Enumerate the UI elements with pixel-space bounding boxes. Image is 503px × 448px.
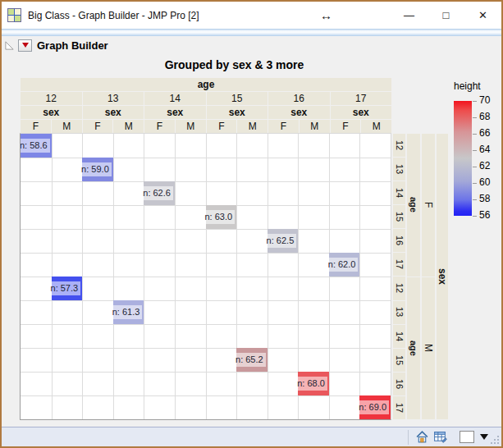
gridline-horizontal [21, 395, 391, 396]
row-header-age-15-M: 15 [393, 349, 405, 372]
jmp-window: Big Class - Graph Builder - JMP Pro [2] … [0, 0, 503, 448]
gridline-horizontal [21, 300, 391, 301]
top-age-values-band: 121314151617 [21, 92, 391, 105]
legend-tick-label: 58 [479, 193, 490, 204]
legend-tick-label: 64 [479, 144, 490, 155]
legend-tick-mark [473, 117, 477, 118]
legend-gradient-bar[interactable] [454, 101, 472, 216]
outline-collapse-icon[interactable] [4, 40, 15, 51]
heatmap-cell-label: n: 62.5 [255, 234, 296, 248]
heatmap-cell-label: n: 65.2 [225, 353, 266, 367]
col-header-16-F: F [268, 120, 299, 133]
legend-tick-label: 56 [479, 209, 490, 221]
status-bar [2, 427, 501, 446]
gridline-horizontal [21, 324, 391, 325]
col-header-12-F: F [21, 120, 51, 133]
top-sex-label-band: sexsexsexsexsexsex [21, 106, 391, 119]
jmp-journal-icon [7, 8, 21, 22]
col-header-age-12: 12 [21, 92, 82, 105]
col-header-age-14: 14 [144, 92, 206, 105]
legend-tick-mark [473, 134, 477, 135]
col-header-16-M: M [300, 120, 330, 133]
row-age-group-label-M: age [407, 277, 420, 420]
window-list-dropdown[interactable] [460, 431, 474, 443]
heatmap-cell-label: n: 59.0 [71, 162, 112, 176]
legend-tick-mark [473, 167, 477, 167]
col-header-sex-label-13: sex [83, 106, 144, 119]
row-header-age-15-F: 15 [393, 205, 405, 228]
legend-tick-mark [473, 216, 477, 217]
col-header-sex-label-15: sex [207, 106, 268, 119]
legend-tick-label: 62 [479, 160, 490, 171]
col-header-sex-label-12: sex [21, 106, 82, 119]
gridline-vertical [329, 134, 330, 419]
toolbar-stripe [2, 29, 501, 36]
gridline-vertical [268, 134, 268, 419]
legend-tick-label: 70 [479, 94, 490, 106]
heatmap-cell-label: n: 62.0 [317, 258, 358, 272]
col-header-age-17: 17 [331, 92, 392, 105]
top-age-group-label: age [21, 78, 391, 91]
red-triangle-icon [22, 43, 29, 48]
legend-tick-mark [473, 199, 477, 200]
minimize-button[interactable]: — [391, 2, 428, 29]
legend-title: height [454, 80, 481, 92]
heatmap-cell-label: n: 69.0 [348, 400, 389, 414]
red-triangle-menu-button[interactable] [18, 39, 32, 52]
close-button[interactable]: ✕ [464, 2, 501, 29]
outline-header: Graph Builder [2, 36, 501, 54]
heatmap-cell-label: n: 61.3 [101, 305, 142, 319]
col-header-sex-label-14: sex [144, 106, 206, 119]
col-header-age-13: 13 [83, 92, 144, 105]
data-table-icon[interactable] [433, 430, 447, 444]
row-header-age-16-M: 16 [393, 373, 405, 395]
titlebar[interactable]: Big Class - Graph Builder - JMP Pro [2] … [2, 2, 501, 29]
gridline-vertical [236, 134, 237, 419]
col-header-sex-label-17: sex [331, 106, 392, 119]
dropdown-arrow-icon[interactable] [480, 434, 488, 440]
right-age-group-column: ageage [407, 134, 420, 419]
legend-tick-label: 68 [479, 111, 490, 122]
heatmap-grid: n: 58.6n: 59.0n: 62.6n: 63.0n: 62.5n: 62… [20, 133, 391, 420]
heatmap-cell-label: n: 63.0 [194, 210, 235, 224]
legend-tick-mark [473, 183, 477, 184]
right-sex-group-label: sex [437, 134, 448, 419]
col-header-14-M: M [176, 120, 206, 133]
col-header-15-F: F [207, 120, 237, 133]
chart-title: Grouped by sex & 3 more [21, 58, 448, 71]
col-header-age-15: 15 [207, 92, 268, 105]
heatmap-cell-label: n: 57.3 [39, 281, 80, 295]
arrange-windows-button[interactable]: ↔ [308, 2, 345, 29]
col-header-12-M: M [52, 120, 82, 133]
right-sex-values-column: FM [422, 134, 435, 419]
legend-tick-mark [473, 150, 477, 151]
gridline-horizontal [21, 348, 391, 349]
col-header-17-M: M [361, 120, 391, 133]
row-header-age-16-F: 16 [393, 229, 405, 252]
row-age-group-label-F: age [407, 134, 420, 277]
row-sex-value-M: M [422, 277, 435, 420]
col-header-sex-label-16: sex [268, 106, 330, 119]
row-header-age-12-F: 12 [393, 134, 405, 157]
gridline-horizontal [21, 372, 391, 373]
row-header-age-13-M: 13 [393, 301, 405, 324]
statusbar-separator [408, 430, 409, 445]
home-icon[interactable] [415, 430, 429, 444]
row-header-age-17-F: 17 [393, 253, 405, 276]
right-sex-group-column: sex [437, 134, 448, 419]
row-header-age-13-F: 13 [393, 158, 405, 181]
maximize-button[interactable]: □ [428, 2, 464, 29]
window-title: Big Class - Graph Builder - JMP Pro [2] [28, 10, 308, 21]
report-content: Graph Builder Grouped by sex & 3 more ag… [2, 36, 501, 446]
col-header-13-M: M [113, 120, 144, 133]
heatmap-cell-label: n: 62.6 [132, 186, 173, 200]
outline-title: Graph Builder [37, 39, 108, 52]
legend-tick-label: 66 [479, 127, 490, 139]
col-header-age-16: 16 [268, 92, 330, 105]
row-header-age-17-M: 17 [393, 396, 405, 419]
resize-grip[interactable] [490, 435, 500, 445]
col-header-13-F: F [83, 120, 113, 133]
legend-tick-label: 60 [479, 176, 490, 188]
col-header-17-F: F [331, 120, 361, 133]
row-header-age-14-M: 14 [393, 325, 405, 348]
